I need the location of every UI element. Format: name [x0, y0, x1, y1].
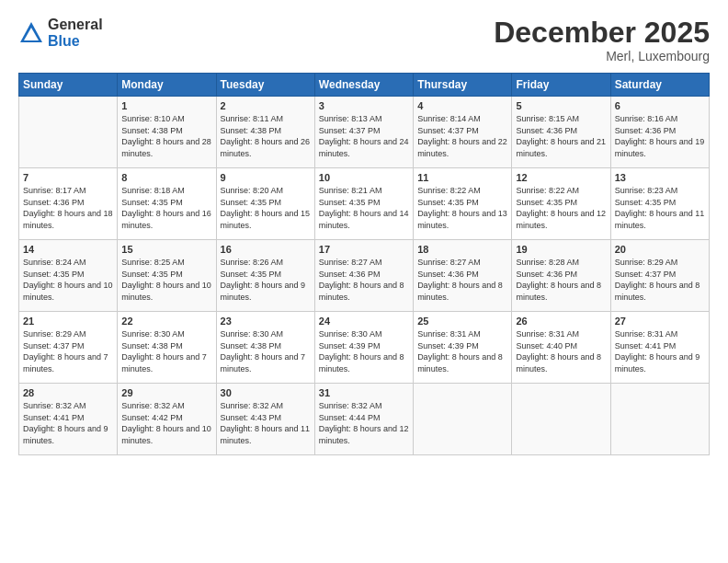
header-saturday: Saturday: [610, 74, 709, 97]
cell-info: Sunrise: 8:31 AMSunset: 4:40 PMDaylight:…: [516, 329, 601, 373]
calendar-cell: 8Sunrise: 8:18 AMSunset: 4:35 PMDaylight…: [118, 168, 216, 240]
day-number: 4: [417, 100, 507, 111]
cell-info: Sunrise: 8:14 AMSunset: 4:37 PMDaylight:…: [417, 114, 507, 158]
calendar-cell: 15Sunrise: 8:25 AMSunset: 4:35 PMDayligh…: [118, 240, 216, 312]
calendar-cell: 6Sunrise: 8:16 AMSunset: 4:36 PMDaylight…: [610, 97, 709, 168]
calendar-cell: 29Sunrise: 8:32 AMSunset: 4:42 PMDayligh…: [118, 384, 216, 455]
day-number: 12: [516, 172, 606, 183]
cell-info: Sunrise: 8:32 AMSunset: 4:43 PMDaylight:…: [221, 401, 311, 445]
calendar-cell: [19, 97, 118, 168]
day-number: 22: [121, 316, 211, 327]
calendar-cell: 25Sunrise: 8:31 AMSunset: 4:39 PMDayligh…: [414, 312, 512, 384]
calendar-cell: 13Sunrise: 8:23 AMSunset: 4:35 PMDayligh…: [610, 168, 709, 240]
cell-info: Sunrise: 8:21 AMSunset: 4:35 PMDaylight:…: [319, 186, 409, 230]
header-thursday: Thursday: [414, 74, 512, 97]
calendar-cell: 23Sunrise: 8:30 AMSunset: 4:38 PMDayligh…: [216, 312, 314, 384]
calendar-body: 1Sunrise: 8:10 AMSunset: 4:38 PMDaylight…: [19, 97, 710, 455]
calendar-table: Sunday Monday Tuesday Wednesday Thursday…: [18, 73, 710, 455]
cell-info: Sunrise: 8:29 AMSunset: 4:37 PMDaylight:…: [615, 258, 700, 302]
calendar-cell: 4Sunrise: 8:14 AMSunset: 4:37 PMDaylight…: [414, 97, 512, 168]
cell-info: Sunrise: 8:16 AMSunset: 4:36 PMDaylight:…: [615, 114, 705, 158]
header: General Blue December 2025 Merl, Luxembo…: [18, 17, 710, 63]
cell-info: Sunrise: 8:24 AMSunset: 4:35 PMDaylight:…: [23, 258, 113, 302]
day-number: 28: [23, 387, 113, 398]
day-number: 15: [121, 244, 211, 255]
day-number: 3: [319, 100, 409, 111]
calendar-cell: 22Sunrise: 8:30 AMSunset: 4:38 PMDayligh…: [118, 312, 216, 384]
day-number: 10: [319, 172, 409, 183]
cell-info: Sunrise: 8:15 AMSunset: 4:36 PMDaylight:…: [516, 114, 606, 158]
calendar-cell: 28Sunrise: 8:32 AMSunset: 4:41 PMDayligh…: [19, 384, 118, 455]
cell-info: Sunrise: 8:13 AMSunset: 4:37 PMDaylight:…: [319, 114, 409, 158]
calendar-cell: [610, 384, 709, 455]
calendar-cell: 16Sunrise: 8:26 AMSunset: 4:35 PMDayligh…: [216, 240, 314, 312]
calendar-cell: 2Sunrise: 8:11 AMSunset: 4:38 PMDaylight…: [216, 97, 314, 168]
cell-info: Sunrise: 8:25 AMSunset: 4:35 PMDaylight:…: [121, 258, 211, 302]
cell-info: Sunrise: 8:11 AMSunset: 4:38 PMDaylight:…: [221, 114, 311, 158]
cell-info: Sunrise: 8:30 AMSunset: 4:38 PMDaylight:…: [221, 329, 306, 373]
calendar-week-1: 7Sunrise: 8:17 AMSunset: 4:36 PMDaylight…: [19, 168, 710, 240]
cell-info: Sunrise: 8:27 AMSunset: 4:36 PMDaylight:…: [417, 258, 503, 302]
calendar-cell: 19Sunrise: 8:28 AMSunset: 4:36 PMDayligh…: [512, 240, 610, 312]
subtitle: Merl, Luxembourg: [494, 49, 710, 63]
cell-info: Sunrise: 8:17 AMSunset: 4:36 PMDaylight:…: [23, 186, 113, 230]
day-number: 17: [319, 244, 409, 255]
calendar-cell: 26Sunrise: 8:31 AMSunset: 4:40 PMDayligh…: [512, 312, 610, 384]
cell-info: Sunrise: 8:30 AMSunset: 4:38 PMDaylight:…: [121, 329, 207, 373]
header-tuesday: Tuesday: [216, 74, 314, 97]
header-sunday: Sunday: [19, 74, 118, 97]
calendar-cell: 9Sunrise: 8:20 AMSunset: 4:35 PMDaylight…: [216, 168, 314, 240]
calendar-cell: 11Sunrise: 8:22 AMSunset: 4:35 PMDayligh…: [414, 168, 512, 240]
calendar-cell: 18Sunrise: 8:27 AMSunset: 4:36 PMDayligh…: [414, 240, 512, 312]
page: General Blue December 2025 Merl, Luxembo…: [0, 0, 728, 563]
calendar-cell: 12Sunrise: 8:22 AMSunset: 4:35 PMDayligh…: [512, 168, 610, 240]
cell-info: Sunrise: 8:32 AMSunset: 4:42 PMDaylight:…: [121, 401, 211, 445]
calendar-cell: 27Sunrise: 8:31 AMSunset: 4:41 PMDayligh…: [610, 312, 709, 384]
title-block: December 2025 Merl, Luxembourg: [494, 17, 710, 63]
day-number: 9: [221, 172, 311, 183]
cell-info: Sunrise: 8:10 AMSunset: 4:38 PMDaylight:…: [121, 114, 211, 158]
logo-general: General: [48, 17, 103, 33]
header-wednesday: Wednesday: [314, 74, 413, 97]
calendar-cell: 5Sunrise: 8:15 AMSunset: 4:36 PMDaylight…: [512, 97, 610, 168]
day-number: 19: [516, 244, 606, 255]
cell-info: Sunrise: 8:31 AMSunset: 4:39 PMDaylight:…: [417, 329, 503, 373]
cell-info: Sunrise: 8:32 AMSunset: 4:41 PMDaylight:…: [23, 401, 108, 445]
day-number: 29: [121, 387, 211, 398]
main-title: December 2025: [494, 17, 710, 49]
calendar-week-0: 1Sunrise: 8:10 AMSunset: 4:38 PMDaylight…: [19, 97, 710, 168]
calendar-cell: 7Sunrise: 8:17 AMSunset: 4:36 PMDaylight…: [19, 168, 118, 240]
cell-info: Sunrise: 8:26 AMSunset: 4:35 PMDaylight:…: [221, 258, 306, 302]
calendar-cell: 3Sunrise: 8:13 AMSunset: 4:37 PMDaylight…: [314, 97, 413, 168]
cell-info: Sunrise: 8:32 AMSunset: 4:44 PMDaylight:…: [319, 401, 409, 445]
cell-info: Sunrise: 8:27 AMSunset: 4:36 PMDaylight:…: [319, 258, 404, 302]
calendar-cell: 31Sunrise: 8:32 AMSunset: 4:44 PMDayligh…: [314, 384, 413, 455]
day-number: 20: [615, 244, 705, 255]
calendar-header: Sunday Monday Tuesday Wednesday Thursday…: [19, 74, 710, 97]
day-number: 8: [121, 172, 211, 183]
calendar-cell: 14Sunrise: 8:24 AMSunset: 4:35 PMDayligh…: [19, 240, 118, 312]
day-number: 24: [319, 316, 409, 327]
cell-info: Sunrise: 8:18 AMSunset: 4:35 PMDaylight:…: [121, 186, 211, 230]
day-number: 21: [23, 316, 113, 327]
calendar-cell: 30Sunrise: 8:32 AMSunset: 4:43 PMDayligh…: [216, 384, 314, 455]
header-row: Sunday Monday Tuesday Wednesday Thursday…: [19, 74, 710, 97]
header-monday: Monday: [118, 74, 216, 97]
cell-info: Sunrise: 8:22 AMSunset: 4:35 PMDaylight:…: [417, 186, 507, 230]
calendar-cell: [512, 384, 610, 455]
day-number: 31: [319, 387, 409, 398]
cell-info: Sunrise: 8:20 AMSunset: 4:35 PMDaylight:…: [221, 186, 311, 230]
calendar-cell: 24Sunrise: 8:30 AMSunset: 4:39 PMDayligh…: [314, 312, 413, 384]
day-number: 1: [121, 100, 211, 111]
calendar-week-2: 14Sunrise: 8:24 AMSunset: 4:35 PMDayligh…: [19, 240, 710, 312]
day-number: 13: [615, 172, 705, 183]
header-friday: Friday: [512, 74, 610, 97]
calendar-cell: 20Sunrise: 8:29 AMSunset: 4:37 PMDayligh…: [610, 240, 709, 312]
day-number: 18: [417, 244, 507, 255]
cell-info: Sunrise: 8:31 AMSunset: 4:41 PMDaylight:…: [615, 329, 700, 373]
cell-info: Sunrise: 8:28 AMSunset: 4:36 PMDaylight:…: [516, 258, 601, 302]
logo-icon: [18, 20, 44, 46]
logo-blue: Blue: [48, 33, 103, 50]
cell-info: Sunrise: 8:29 AMSunset: 4:37 PMDaylight:…: [23, 329, 108, 373]
calendar-cell: 21Sunrise: 8:29 AMSunset: 4:37 PMDayligh…: [19, 312, 118, 384]
